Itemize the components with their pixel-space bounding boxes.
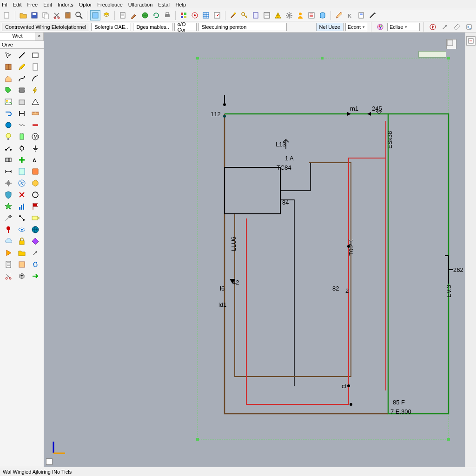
palette-arrow-icon[interactable] — [2, 50, 15, 61]
brush-icon[interactable] — [129, 10, 139, 20]
panel-sub-orve[interactable]: Orve — [0, 41, 44, 49]
palette-terminal-icon[interactable] — [15, 143, 28, 154]
zoom-icon[interactable] — [74, 10, 84, 20]
palette-sheet2-icon[interactable] — [15, 166, 28, 177]
wire-brown-outer[interactable] — [225, 114, 388, 414]
view-icon[interactable] — [90, 10, 100, 20]
palette-box-icon[interactable] — [15, 96, 28, 107]
palette-line-icon[interactable] — [15, 50, 28, 61]
wand-icon[interactable] — [228, 10, 238, 20]
palette-cable-icon[interactable] — [29, 119, 42, 131]
palette-dim-icon[interactable] — [2, 166, 15, 177]
wire-red-1[interactable] — [246, 158, 386, 404]
panel-tab-wiet[interactable]: Wiet — [0, 33, 35, 40]
menu-free[interactable]: Free — [27, 2, 38, 7]
menu-help[interactable]: Help — [175, 2, 186, 7]
palette-rect-icon[interactable] — [29, 50, 42, 61]
script-icon[interactable] — [464, 22, 474, 32]
compass-icon[interactable] — [428, 22, 438, 32]
wire-brown-inner[interactable] — [235, 163, 351, 377]
palette-pencil-icon[interactable] — [15, 61, 28, 73]
palette-node-icon[interactable] — [15, 212, 28, 224]
menu-edit2[interactable]: Edit — [43, 2, 52, 7]
econt-dropdown[interactable]: Econt — [345, 23, 367, 31]
selection-handle[interactable] — [447, 57, 450, 60]
palette-cloud-icon[interactable] — [2, 236, 15, 247]
palette-cross-icon[interactable] — [15, 189, 28, 200]
palette-square-icon[interactable] — [15, 259, 28, 270]
palette-tag-icon[interactable] — [2, 85, 15, 96]
palette-chip-icon[interactable] — [15, 85, 28, 96]
palette-triangle-icon[interactable] — [29, 96, 42, 107]
palette-hex-icon[interactable] — [29, 178, 42, 189]
palette-flag-icon[interactable] — [29, 201, 42, 212]
breadcrumb-item-2[interactable]: Solergis OAE.. — [91, 23, 131, 31]
palette-star-icon[interactable] — [2, 201, 15, 212]
refresh-icon[interactable] — [151, 10, 161, 20]
palette-icon[interactable] — [375, 22, 385, 32]
open-folder-icon[interactable] — [18, 10, 28, 20]
menu-fil[interactable]: Fil — [2, 2, 7, 7]
chart-icon[interactable] — [212, 10, 222, 20]
palette-wrench2-icon[interactable] — [29, 247, 42, 258]
copy-icon[interactable] — [40, 10, 51, 20]
person-icon[interactable] — [295, 10, 305, 20]
menu-ulforaction[interactable]: Ulforaction — [128, 2, 153, 7]
palette-circle-icon[interactable] — [29, 189, 42, 200]
palette-fan-icon[interactable] — [15, 178, 28, 189]
echise-dropdown[interactable]: Eclise — [387, 23, 420, 31]
schematic-canvas[interactable]: 112 m1 245 ESk38 L13 1 A TC84 84 LLU6 i6… — [44, 33, 465, 467]
palette-pipe-icon[interactable] — [2, 108, 15, 119]
selection-handle[interactable] — [447, 438, 450, 441]
menu-estaf[interactable]: Estaf — [158, 2, 170, 7]
palette-connector-icon[interactable] — [15, 131, 28, 142]
layer-icon[interactable] — [101, 10, 112, 20]
form-icon[interactable] — [262, 10, 272, 20]
list-icon[interactable] — [306, 10, 317, 20]
measure-icon[interactable] — [452, 22, 462, 32]
sheet-icon[interactable] — [251, 10, 261, 20]
palette-play-icon[interactable] — [2, 247, 15, 258]
new-icon[interactable] — [2, 10, 12, 20]
palette-picture-icon[interactable] — [2, 96, 15, 107]
palette-home-icon[interactable] — [2, 73, 15, 84]
palette-ruler-icon[interactable] — [29, 108, 42, 119]
palette-scissors-icon[interactable] — [2, 271, 15, 282]
palette-globe2-icon[interactable] — [29, 224, 42, 235]
palette-curve-icon[interactable] — [15, 73, 28, 84]
paste-icon[interactable] — [63, 10, 73, 20]
palette-gear2-icon[interactable] — [2, 178, 15, 189]
palette-switch-icon[interactable] — [2, 143, 15, 154]
key-icon[interactable] — [239, 10, 250, 20]
save-icon[interactable] — [29, 10, 40, 20]
selection-handle[interactable] — [196, 57, 199, 60]
table-icon[interactable] — [201, 10, 211, 20]
wire-green[interactable] — [225, 114, 449, 414]
palette-clamp-icon[interactable] — [15, 108, 28, 119]
target-icon[interactable] — [190, 10, 200, 20]
warn-icon[interactable] — [273, 10, 283, 20]
report-icon[interactable] — [356, 10, 366, 20]
breadcrumb-item-3[interactable]: Dges mables.. — [133, 23, 172, 31]
grid-icon[interactable] — [178, 10, 189, 20]
palette-arrow2-icon[interactable] — [29, 271, 42, 282]
palette-text-icon[interactable]: A — [29, 154, 42, 165]
palette-bars-icon[interactable] — [15, 201, 28, 212]
palette-folder2-icon[interactable] — [15, 247, 28, 258]
menu-optor[interactable]: Optor — [79, 2, 92, 7]
panel-close-icon[interactable]: × — [35, 33, 44, 40]
selection-handle[interactable] — [196, 438, 199, 441]
palette-pin-icon[interactable] — [2, 224, 15, 235]
globe-icon[interactable] — [140, 10, 150, 20]
component-box[interactable] — [225, 167, 280, 214]
palette-lock-icon[interactable] — [15, 236, 28, 247]
palette-shield-icon[interactable] — [2, 189, 15, 200]
db-icon[interactable] — [317, 10, 328, 20]
gear-icon[interactable] — [284, 10, 294, 20]
menu-edit[interactable]: Edit — [13, 2, 22, 7]
palette-bolt-icon[interactable] — [29, 85, 42, 96]
pen-icon[interactable] — [367, 10, 377, 20]
palette-fill-icon[interactable] — [29, 166, 42, 177]
menu-indorts[interactable]: Indorts — [58, 2, 73, 7]
palette-eye-icon[interactable] — [15, 224, 28, 235]
